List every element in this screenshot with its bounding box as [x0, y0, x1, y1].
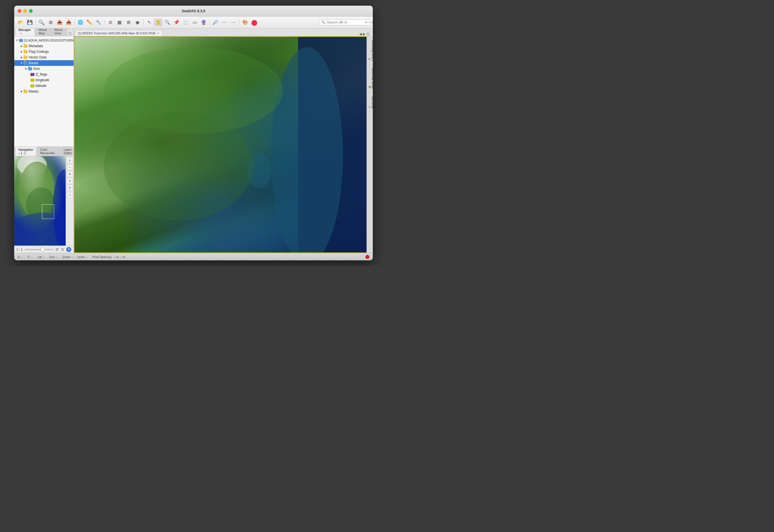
tab-mask-manager[interactable]: 🎭 Mask Manager: [367, 64, 373, 92]
tree-flag-codings-icon: [23, 49, 28, 54]
tab-navigation[interactable]: Navigation – [...]: [15, 146, 36, 156]
lat-label: Lat: [37, 255, 41, 259]
tree-rhos[interactable]: ▶ rhos: [14, 66, 74, 72]
zoom-status-val: --: [72, 255, 74, 259]
tab-layer-editor[interactable]: Layer Editor: [60, 146, 75, 156]
right-panel: [1] MODIS TrueColor (645,555,469) Atan 2…: [74, 28, 373, 253]
maximize-button[interactable]: [29, 9, 33, 13]
tree-vector-data[interactable]: ▶ Vector Data: [14, 55, 74, 60]
tree-l2flags-label: l2_flags: [35, 72, 47, 76]
zoom-slider[interactable]: [25, 249, 53, 250]
open-folder-button[interactable]: 📂: [16, 18, 25, 26]
nav-map-svg: [14, 156, 74, 246]
tree-masks[interactable]: ▶ Masks: [14, 89, 74, 94]
tab-modis-image[interactable]: [1] MODIS TrueColor (645,555,469) Atan 2…: [75, 30, 162, 36]
status-zoom: Zoom -- Level --: [62, 255, 88, 259]
tree-l2flags-icon: [30, 72, 35, 77]
tab-world-map[interactable]: World Map: [35, 28, 51, 36]
zoom-status-label: Zoom: [62, 255, 70, 259]
tree-flag-codings-arrow: ▶: [20, 50, 23, 53]
tree-vector-data-arrow: ▶: [20, 56, 23, 59]
tab-close-file-manager[interactable]: ✕: [20, 32, 22, 35]
grid-button[interactable]: ⊞: [46, 18, 55, 26]
draw-button[interactable]: ✏️: [85, 18, 94, 26]
magnify-button[interactable]: 🔍: [163, 18, 171, 26]
palette-button[interactable]: 🎨: [241, 18, 250, 26]
rotation-arrows[interactable]: ⇅: [61, 248, 64, 252]
panel-maximize-icon[interactable]: ⊡: [67, 31, 72, 36]
more1-button[interactable]: ⋯: [220, 18, 229, 26]
traffic-lights: [18, 9, 33, 13]
minimize-button[interactable]: [23, 9, 27, 13]
zoom-out-button[interactable]: −: [67, 164, 73, 170]
search-input[interactable]: [327, 20, 364, 24]
find-button[interactable]: 🔎: [211, 18, 220, 26]
cursor-button[interactable]: ↖: [145, 18, 153, 26]
select-button[interactable]: ⬚: [181, 18, 190, 26]
pin-button[interactable]: 📌: [172, 18, 181, 26]
tree-root[interactable]: ▼ [1] AQUA_MODIS.20101010T180500.L2.SFRE…: [14, 37, 74, 43]
magic-button[interactable]: 🔮: [200, 18, 208, 26]
tree-latitude[interactable]: latitude: [14, 83, 74, 89]
search-icon: 🔍: [321, 20, 326, 24]
tab-world-view[interactable]: World View: [51, 28, 67, 36]
tree-flag-codings-label: Flag Codings: [29, 50, 49, 54]
help-button[interactable]: ?: [66, 247, 71, 252]
tree-flag-codings[interactable]: ▶ Flag Codings: [14, 49, 74, 55]
tab-file-manager[interactable]: File Manager ✕: [15, 28, 35, 36]
tab-layer-manager[interactable]: 🗂 Layer Manager: [367, 36, 373, 64]
more2-button[interactable]: ⋯: [229, 18, 238, 26]
titlebar: SeaDAS 8.3.0: [14, 6, 373, 16]
rect-button[interactable]: ▭: [190, 18, 199, 26]
close-button[interactable]: [18, 9, 21, 13]
circle-button[interactable]: ◉: [133, 18, 142, 26]
nav-tabbar: Navigation – [...] Color Manipulati... L…: [14, 148, 74, 156]
status-error-indicator[interactable]: [365, 255, 369, 259]
zoom-fit-button[interactable]: ⊕: [67, 171, 73, 177]
sync-button[interactable]: ⊡: [67, 185, 73, 191]
tree-longitude-label: longitude: [35, 78, 49, 82]
filter-button[interactable]: ▦: [115, 18, 123, 26]
export-button[interactable]: 📤: [64, 18, 73, 26]
tree-l2flags[interactable]: l2_flags: [14, 72, 74, 77]
globe-button[interactable]: 🌐: [76, 18, 85, 26]
tools-button[interactable]: 🔧: [94, 18, 103, 26]
tree-rhos-icon: [28, 66, 32, 71]
tree-rhos-arrow: ▶: [24, 67, 28, 70]
nav-panel: Navigation – [...] Color Manipulati... L…: [14, 148, 74, 253]
tab-color-manipulation[interactable]: Color Manipulati...: [37, 146, 60, 156]
tree-vector-data-icon: [23, 55, 28, 60]
image-panel-maximize[interactable]: ⊡: [367, 32, 369, 36]
image-tab-close[interactable]: ✕: [157, 32, 159, 35]
nav-map-content: + − ⊕ ⊖ ⊡ ↗: [14, 156, 74, 246]
save-button[interactable]: 💾: [26, 18, 34, 26]
hand-button[interactable]: ✋: [154, 18, 162, 26]
search-files-button[interactable]: 🔍: [37, 18, 46, 26]
tab-pixel-info[interactable]: ℹ Pixel Info: [367, 92, 373, 112]
y-val: --: [31, 255, 33, 259]
search-clear-icon[interactable]: ✕: [371, 20, 373, 24]
satellite-svg: [74, 36, 373, 253]
grid2-button[interactable]: ⊞: [124, 18, 133, 26]
image-panel-btn-right[interactable]: ▶: [363, 32, 365, 36]
zoom-label: 1 : 1: [16, 248, 22, 251]
tree-metadata[interactable]: ▶ Metadata: [14, 43, 74, 49]
toolbar-separator-6: [239, 20, 240, 25]
tree-vector-data-label: Vector Data: [29, 55, 47, 59]
pixel-status-label: Pixel Spacing:: [92, 255, 112, 259]
zoom-actual-button[interactable]: ⊖: [67, 178, 73, 184]
level-status-label: Level: [77, 255, 84, 259]
tree-bands[interactable]: ▼ Bands: [14, 60, 74, 66]
image-panel-btn-left[interactable]: ◀: [359, 32, 362, 36]
status-y: Y --: [28, 255, 33, 259]
tree-metadata-icon: [23, 44, 28, 48]
zoom-slider-thumb[interactable]: [41, 248, 45, 252]
cancel-button[interactable]: ⊘: [106, 18, 114, 26]
zoom-in-button[interactable]: +: [67, 157, 73, 164]
import-button[interactable]: 📥: [55, 18, 64, 26]
tree-longitude[interactable]: longitude: [14, 77, 74, 83]
colors-button[interactable]: ⬤: [250, 18, 259, 26]
satellite-view[interactable]: 🗂 Layer Manager 🎭 Mask Manager ℹ Pixel I…: [74, 36, 373, 253]
nav-extra-button[interactable]: ↗: [67, 192, 73, 198]
nav-map[interactable]: [14, 156, 74, 246]
